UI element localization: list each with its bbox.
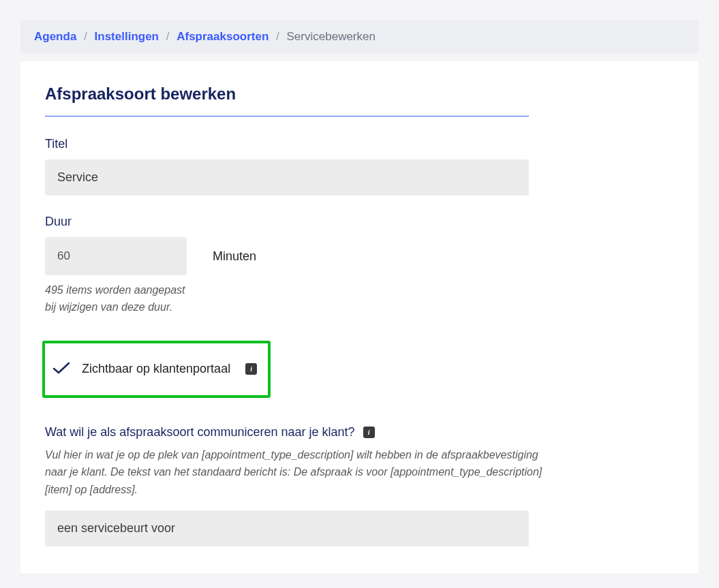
title-field-label: Titel bbox=[45, 137, 674, 151]
page-title: Afspraaksoort bewerken bbox=[45, 84, 674, 104]
duration-hint: 495 items worden aangepast bij wijzigen … bbox=[45, 282, 195, 316]
info-icon[interactable]: i bbox=[245, 363, 257, 375]
breadcrumb-current: Servicebewerken bbox=[287, 30, 376, 43]
info-icon[interactable]: i bbox=[363, 427, 375, 438]
duration-input[interactable] bbox=[45, 237, 187, 275]
breadcrumb-link-instellingen[interactable]: Instellingen bbox=[95, 30, 159, 43]
communication-question-label: Wat wil je als afspraaksoort communicere… bbox=[45, 425, 355, 439]
duration-unit: Minuten bbox=[213, 249, 256, 264]
breadcrumb-link-agenda[interactable]: Agenda bbox=[34, 30, 76, 43]
checkmark-icon[interactable] bbox=[52, 361, 71, 377]
breadcrumb: Agenda / Instellingen / Afspraaksoorten … bbox=[20, 20, 699, 53]
breadcrumb-separator: / bbox=[84, 30, 87, 43]
duration-row: Minuten bbox=[45, 237, 674, 275]
title-input[interactable] bbox=[45, 159, 529, 196]
visibility-highlight: Zichtbaar op klantenportaal i bbox=[42, 341, 271, 398]
title-divider bbox=[45, 116, 529, 117]
breadcrumb-separator: / bbox=[276, 30, 279, 43]
form-card: Afspraaksoort bewerken Titel Duur Minute… bbox=[20, 61, 699, 574]
communication-question-row: Wat wil je als afspraaksoort communicere… bbox=[45, 425, 674, 439]
breadcrumb-link-afspraaksoorten[interactable]: Afspraaksoorten bbox=[177, 30, 269, 43]
visibility-label: Zichtbaar op klantenportaal bbox=[82, 362, 230, 376]
communication-input[interactable] bbox=[45, 510, 529, 546]
breadcrumb-separator: / bbox=[166, 30, 170, 43]
communication-help-text: Vul hier in wat je op de plek van [appoi… bbox=[45, 446, 563, 499]
duration-field-label: Duur bbox=[45, 215, 674, 229]
